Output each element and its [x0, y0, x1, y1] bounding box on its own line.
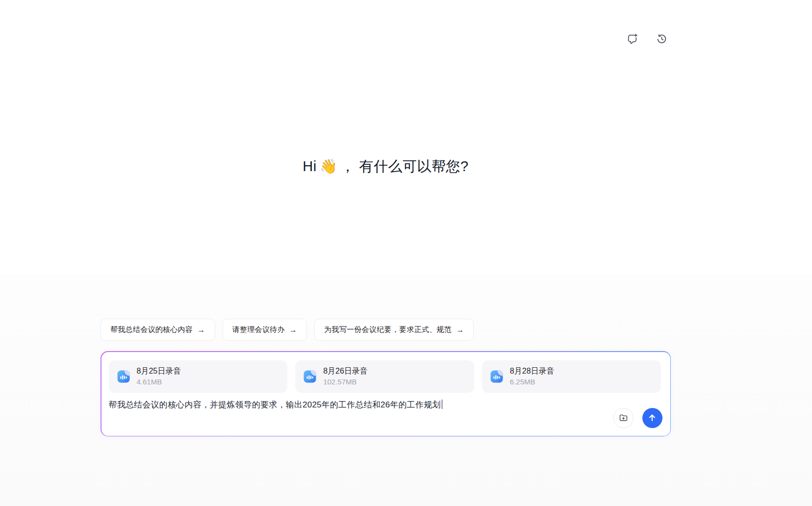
suggestion-chip-todos[interactable]: 请整理会议待办 →: [223, 319, 307, 341]
composer-inner: 8月25日录音 4.61MB: [102, 352, 670, 436]
audio-file-icon: [303, 370, 317, 383]
text-cursor: [442, 400, 443, 409]
new-chat-button[interactable]: [624, 31, 640, 47]
file-name: 8月25日录音: [137, 366, 181, 376]
message-input-value: 帮我总结会议的核心内容，并提炼领导的要求，输出2025年的工作总结和26年的工作…: [109, 400, 441, 409]
greeting-suffix: ， 有什么可以帮您?: [340, 158, 468, 174]
history-button[interactable]: [654, 31, 669, 47]
suggestion-chips: 帮我总结会议的核心内容 → 请整理会议待办 → 为我写一份会议纪要，要求正式、规…: [101, 319, 474, 341]
message-input[interactable]: 帮我总结会议的核心内容，并提炼领导的要求，输出2025年的工作总结和26年的工作…: [109, 399, 661, 411]
file-meta: 8月25日录音 4.61MB: [137, 366, 181, 386]
greeting-prefix: Hi: [303, 158, 316, 174]
suggestion-chip-minutes[interactable]: 为我写一份会议纪要，要求正式、规范 →: [314, 319, 474, 341]
file-meta: 8月28日录音 6.25MB: [510, 366, 555, 386]
arrow-right-icon: →: [456, 326, 464, 334]
toolbar: [624, 31, 669, 47]
file-name: 8月26日录音: [323, 366, 368, 376]
file-size: 4.61MB: [137, 378, 181, 386]
audio-file-icon: [117, 370, 130, 383]
suggestion-chip-summarize[interactable]: 帮我总结会议的核心内容 →: [101, 319, 215, 341]
new-chat-icon: [626, 33, 638, 45]
greeting: Hi👋， 有什么可以帮您?: [101, 157, 671, 177]
attachment-card[interactable]: 8月25日录音 4.61MB: [109, 360, 288, 393]
folder-plus-icon: [618, 413, 629, 423]
history-icon: [656, 33, 668, 45]
arrow-right-icon: →: [197, 326, 205, 334]
send-button[interactable]: [642, 408, 662, 428]
file-size: 6.25MB: [510, 378, 555, 386]
wave-emoji: 👋: [320, 158, 338, 174]
attachment-card[interactable]: 8月26日录音 102.57MB: [295, 360, 474, 393]
audio-file-icon: [490, 370, 504, 383]
attachment-card[interactable]: 8月28日录音 6.25MB: [482, 360, 661, 393]
app-window: Hi👋， 有什么可以帮您? 帮我总结会议的核心内容 → 请整理会议待办 → 为我…: [0, 0, 812, 506]
attachment-list: 8月25日录音 4.61MB: [109, 360, 661, 393]
composer-actions: [613, 408, 662, 428]
arrow-right-icon: →: [289, 326, 297, 334]
chip-label: 帮我总结会议的核心内容: [110, 325, 193, 334]
chip-label: 请整理会议待办: [232, 325, 285, 334]
arrow-up-icon: [647, 412, 658, 423]
add-file-button[interactable]: [613, 408, 634, 428]
file-size: 102.57MB: [323, 378, 368, 386]
chip-label: 为我写一份会议纪要，要求正式、规范: [324, 325, 452, 334]
file-meta: 8月26日录音 102.57MB: [323, 366, 368, 386]
composer: 8月25日录音 4.61MB: [101, 351, 671, 436]
file-name: 8月28日录音: [510, 366, 555, 376]
